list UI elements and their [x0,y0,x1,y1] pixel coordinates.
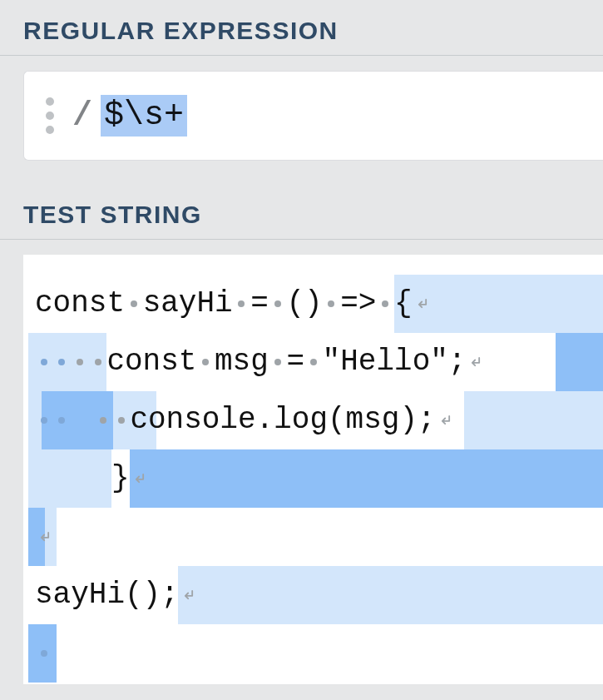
code-text: => [340,289,376,319]
whitespace-dot-icon [71,333,89,391]
return-icon [130,449,150,508]
return-icon [35,508,55,566]
whitespace-dot-icon [35,333,53,391]
header-regex-label: REGULAR EXPRESSION [23,17,339,44]
whitespace-dot-icon [35,624,53,683]
code-line[interactable]: constmsg="Hello"; [23,333,603,391]
return-icon [413,275,432,333]
whitespace-dot-icon [233,275,251,333]
code-text: sayHi(); [35,580,179,610]
regex-delimiter: / [72,97,92,135]
whitespace-dot-icon [112,391,131,449]
code-text: "Hello"; [323,347,467,377]
code-line[interactable]: console.log(msg); [23,391,603,449]
whitespace-dot-icon [269,333,287,391]
whitespace-dot-icon [196,333,215,391]
return-icon [466,333,486,391]
code-text: = [286,347,304,377]
whitespace-dot-icon [89,333,107,391]
section-header-teststring: TEST STRING [0,184,603,240]
code-text: const [106,347,196,377]
code-text: () [286,289,322,319]
code-line[interactable]: constsayHi=()=>{ [23,275,603,333]
section-header-regex: REGULAR EXPRESSION [0,0,603,56]
regex-settings-icon[interactable] [39,97,61,134]
return-icon [179,566,199,624]
whitespace-dot-icon [35,391,53,449]
code-text: sayHi [143,289,233,319]
code-text: } [111,464,130,494]
return-icon [436,391,456,449]
header-teststring-label: TEST STRING [23,201,202,228]
regex-pattern[interactable]: $\s+ [101,95,187,137]
whitespace-dot-icon [269,275,287,333]
whitespace-dot-icon [53,333,72,391]
whitespace-dot-icon [125,275,143,333]
code-line[interactable]: } [23,449,603,508]
code-line[interactable] [23,624,603,683]
code-text: console.log(msg); [130,405,435,435]
code-text: = [250,289,269,319]
whitespace-dot-icon [94,391,112,449]
code-line[interactable] [23,508,603,566]
whitespace-dot-icon [376,275,394,333]
whitespace-dot-icon [323,275,341,333]
code-text: { [394,289,413,319]
code-text: msg [215,347,269,377]
test-string-area[interactable]: constsayHi=()=>{constmsg="Hello";console… [23,255,603,684]
whitespace-dot-icon [304,333,323,391]
regex-input-box[interactable]: / $\s+ [23,71,603,161]
code-text: const [35,289,125,319]
whitespace-dot-icon [53,391,72,449]
code-line[interactable]: sayHi(); [23,566,603,624]
